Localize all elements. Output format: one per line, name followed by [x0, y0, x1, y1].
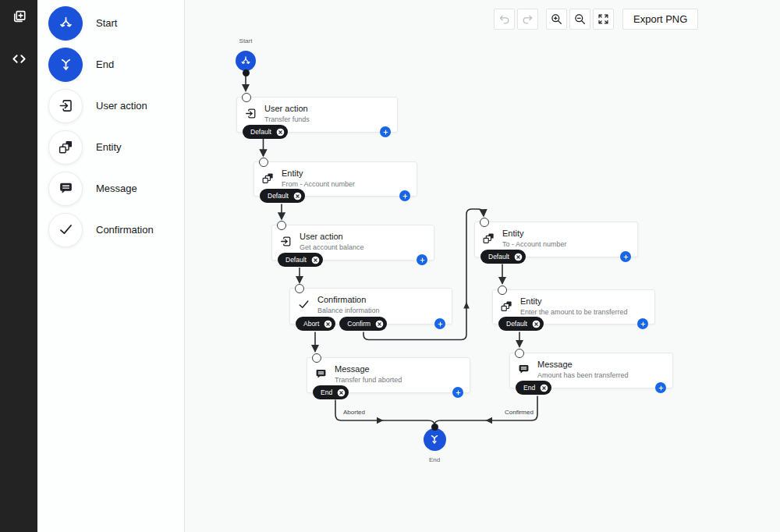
confirmation-icon [297, 298, 310, 311]
palette-item-label: End [96, 59, 114, 70]
zoom-in-button[interactable] [546, 9, 567, 30]
redo-button[interactable] [517, 9, 538, 30]
remove-pill-icon[interactable] [293, 192, 302, 200]
input-port[interactable] [259, 158, 268, 167]
pill-default[interactable]: Default [480, 250, 526, 264]
merge-icon [58, 56, 74, 73]
end-node-circle[interactable] [424, 428, 446, 451]
add-connection-button[interactable] [620, 251, 631, 262]
start-output-handle[interactable] [243, 69, 250, 76]
code-button[interactable] [5, 47, 32, 70]
pill-end[interactable]: End [516, 381, 551, 395]
palette-item-confirmation[interactable]: Confirmation [37, 209, 184, 250]
add-connection-button[interactable] [637, 318, 648, 329]
pill-default[interactable]: Default [278, 253, 323, 267]
pill-default[interactable]: Default [260, 189, 305, 203]
end-input-handle[interactable] [431, 424, 438, 431]
edge-arrow-left [486, 417, 493, 424]
entity-icon [58, 139, 74, 155]
input-port[interactable] [498, 286, 507, 295]
node-title: Entity [502, 229, 524, 238]
flow-node-enter-the-amount-to-be-transferred[interactable]: EntityEnter the amount to be transferred… [492, 289, 655, 325]
node-subtitle: Enter the amount to be transferred [520, 308, 628, 316]
palette-item-label: User action [96, 100, 147, 112]
add-connection-button[interactable] [380, 126, 391, 137]
add-connection-button[interactable] [452, 387, 463, 398]
palette-item-entity[interactable]: Entity [37, 126, 184, 168]
pill-confirm[interactable]: Confirm [339, 317, 387, 331]
palette-circle-confirmation[interactable] [48, 213, 83, 247]
palette-circle-user-action[interactable] [48, 89, 83, 123]
remove-pill-icon[interactable] [532, 320, 541, 328]
add-connection-button[interactable] [434, 318, 445, 329]
flow-node-to-account-number[interactable]: EntityTo - Account numberDefault [474, 222, 638, 257]
node-pills: Default [480, 250, 526, 264]
palette-item-label: Confirmation [96, 224, 154, 236]
node-title: Message [335, 364, 370, 374]
pill-label: Default [506, 320, 527, 328]
start-node[interactable]: Start [236, 51, 256, 71]
node-pills: End [516, 381, 551, 395]
flow-node-amount-has-been-transferred[interactable]: MessageAmount has been transferredEnd [509, 353, 673, 388]
remove-pill-icon[interactable] [540, 384, 548, 392]
palette-item-end[interactable]: End [37, 44, 184, 85]
zoom-out-button[interactable] [569, 9, 590, 30]
edge-arrow-up [463, 302, 470, 309]
palette-item-label: Message [96, 183, 137, 194]
merge-icon [428, 433, 441, 445]
palette-item-user-action[interactable]: User action [37, 85, 184, 126]
node-subtitle: Amount has been transferred [537, 371, 629, 379]
user-action-icon [244, 107, 257, 120]
export-png-button[interactable]: Export PNG [622, 9, 698, 30]
node-pills: Default [498, 317, 544, 331]
flow-node-get-account-balance[interactable]: User actionGet account balanceDefault [271, 225, 434, 261]
remove-pill-icon[interactable] [375, 320, 384, 328]
start-node-circle[interactable] [236, 51, 256, 71]
palette-circle-message[interactable] [48, 172, 83, 206]
flow-node-transfer-fund-aborted[interactable]: MessageTransfer fund abortedEnd [307, 357, 470, 393]
add-connection-button[interactable] [417, 254, 427, 265]
confirmation-icon [58, 222, 74, 238]
new-flow-button[interactable] [5, 5, 32, 28]
palette-item-start[interactable]: Start [37, 2, 184, 44]
fit-screen-button[interactable] [593, 9, 614, 30]
flow-node-from-account-number[interactable]: EntityFrom - Account numberDefault [254, 161, 417, 197]
remove-pill-icon[interactable] [276, 128, 285, 137]
input-port[interactable] [312, 353, 321, 363]
zoom-in-icon [550, 12, 563, 26]
input-port[interactable] [277, 221, 286, 230]
pill-abort[interactable]: Abort [296, 317, 335, 331]
palette-circle-end[interactable] [48, 48, 83, 82]
fit-screen-icon [597, 12, 610, 26]
pill-label: Default [285, 256, 307, 264]
remove-pill-icon[interactable] [324, 320, 332, 328]
pill-default[interactable]: Default [243, 125, 288, 139]
palette-circle-entity[interactable] [48, 130, 83, 165]
pill-default[interactable]: Default [498, 317, 544, 331]
node-title: Confirmation [317, 295, 366, 304]
palette-item-message[interactable]: Message [37, 168, 184, 209]
add-connection-button[interactable] [399, 190, 410, 201]
palette-item-label: Start [96, 17, 117, 29]
add-connection-button[interactable] [655, 382, 666, 393]
edge-arrow-right [377, 417, 384, 424]
input-port[interactable] [515, 349, 524, 358]
node-title: User action [264, 104, 308, 113]
remove-pill-icon[interactable] [311, 256, 320, 264]
flow-node-transfer-funds[interactable]: User actionTransfer fundsDefault [236, 97, 398, 133]
pill-label: Default [488, 253, 509, 261]
pill-end[interactable]: End [313, 385, 349, 399]
zoom-out-icon [573, 12, 587, 26]
input-port[interactable] [242, 93, 251, 102]
edge-label-confirmed: Confirmed [505, 409, 534, 416]
input-port[interactable] [295, 284, 304, 293]
user-action-icon [279, 235, 292, 248]
remove-pill-icon[interactable] [337, 388, 346, 397]
flow-node-balance-information[interactable]: ConfirmationBalance informationAbortConf… [289, 288, 452, 325]
remove-pill-icon[interactable] [514, 253, 523, 261]
palette-circle-start[interactable] [48, 6, 83, 41]
input-port[interactable] [480, 218, 489, 227]
undo-button[interactable] [494, 9, 515, 30]
pill-label: End [523, 384, 535, 392]
end-node[interactable]: End [424, 428, 446, 451]
